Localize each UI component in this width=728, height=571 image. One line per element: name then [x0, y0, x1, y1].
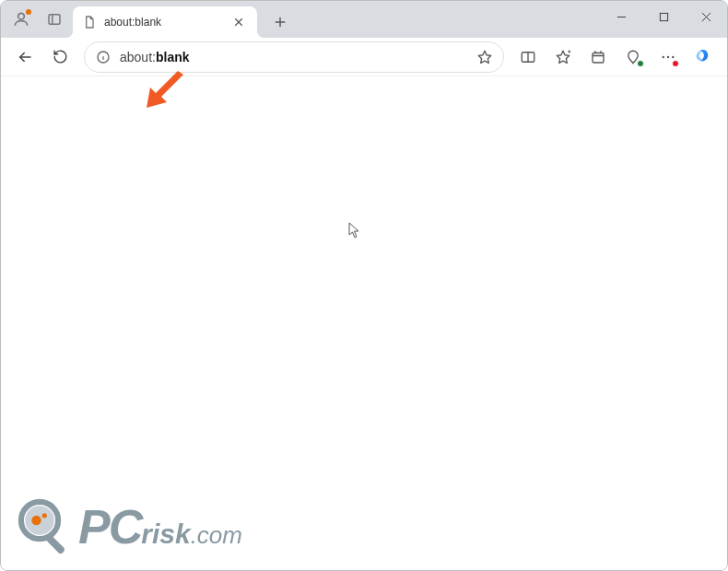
svg-marker-18	[557, 51, 569, 63]
browser-window: about:blank	[0, 0, 728, 571]
site-info-icon[interactable]	[94, 48, 112, 66]
refresh-button[interactable]	[43, 41, 76, 73]
watermark: PC risk .com	[14, 495, 242, 559]
svg-rect-21	[593, 52, 604, 63]
svg-point-24	[663, 55, 664, 57]
window-controls	[600, 1, 727, 32]
active-tab[interactable]: about:blank	[73, 6, 257, 38]
magnifier-icon	[14, 495, 78, 559]
blank-page-icon	[82, 15, 97, 29]
watermark-com: .com	[191, 521, 242, 550]
tab-title: about:blank	[104, 16, 222, 29]
mouse-cursor-icon	[348, 222, 361, 242]
copilot-button[interactable]	[687, 41, 720, 73]
profile-notification-dot-icon	[26, 9, 31, 15]
address-text: about:blank	[120, 50, 464, 64]
minimize-button[interactable]	[600, 1, 642, 32]
page-viewport: PC risk .com	[1, 76, 727, 570]
toolbar-right	[511, 41, 720, 73]
split-screen-button[interactable]	[511, 41, 545, 73]
address-bar[interactable]: about:blank	[84, 41, 504, 73]
maximize-button[interactable]	[642, 1, 685, 32]
profile-button[interactable]	[6, 5, 36, 34]
back-button[interactable]	[8, 41, 41, 73]
watermark-risk: risk	[141, 519, 190, 550]
svg-point-26	[672, 55, 674, 57]
svg-rect-31	[46, 535, 66, 555]
notification-dot-icon	[672, 60, 679, 67]
favorite-button[interactable]	[472, 44, 498, 70]
svg-marker-15	[478, 51, 491, 63]
settings-more-button[interactable]	[652, 41, 685, 73]
address-protocol: about:	[120, 50, 156, 64]
watermark-text: PC risk .com	[78, 499, 242, 554]
svg-point-25	[667, 55, 669, 57]
extension-status-dot-icon	[637, 60, 644, 67]
address-path: blank	[156, 50, 190, 64]
extension-button[interactable]	[616, 41, 650, 73]
favorites-button[interactable]	[546, 41, 580, 73]
svg-rect-1	[49, 15, 60, 25]
titlebar: about:blank	[1, 1, 727, 38]
close-window-button[interactable]	[685, 1, 727, 32]
toolbar: about:blank	[1, 38, 727, 76]
svg-rect-8	[660, 13, 667, 20]
svg-point-30	[42, 513, 47, 518]
new-tab-button[interactable]	[266, 8, 294, 36]
svg-point-0	[18, 13, 25, 19]
tab-close-button[interactable]	[229, 13, 248, 31]
titlebar-left	[1, 1, 69, 38]
watermark-pc: PC	[78, 499, 141, 554]
svg-point-29	[31, 516, 41, 526]
collections-button[interactable]	[581, 41, 615, 73]
